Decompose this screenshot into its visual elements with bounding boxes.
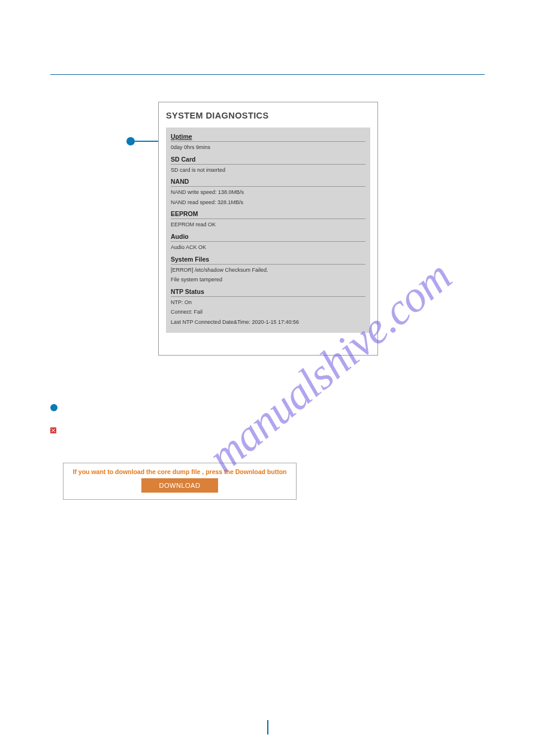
ntp-header: NTP Status	[171, 286, 365, 297]
page-footer-divider	[267, 720, 268, 734]
eeprom-value: EEPROM read OK	[171, 219, 365, 229]
system-files-header: System Files	[171, 254, 365, 265]
sdcard-value: SD card is not inserted	[171, 165, 365, 175]
uptime-value: 0day 0hrs 9mins	[171, 142, 365, 152]
ntp-connect-value: Connect: Fail	[171, 306, 365, 317]
sdcard-header: SD Card	[171, 154, 365, 165]
callout-bullet-status	[50, 404, 58, 411]
callout-marker-1	[126, 137, 135, 145]
eeprom-header: EEPROM	[171, 208, 365, 219]
page-top-rule	[50, 74, 485, 75]
page-footer	[0, 719, 535, 734]
audio-value: Audio ACK OK	[171, 242, 365, 252]
system-files-error: [ERROR] /etc/shadow Checksum Failed.	[171, 265, 365, 275]
nand-header: NAND	[171, 176, 365, 187]
panel-title: SYSTEM DIAGNOSTICS	[166, 111, 370, 120]
core-dump-download-panel: If you want to download the core dump fi…	[63, 463, 297, 500]
ntp-last-value: Last NTP Connected Date&Time: 2020-1-15 …	[171, 317, 365, 327]
download-button[interactable]: DOWNLOAD	[141, 478, 219, 493]
uptime-header: Uptime	[171, 131, 365, 142]
diagnostics-panel: SYSTEM DIAGNOSTICS Uptime 0day 0hrs 9min…	[158, 102, 378, 356]
panel-body: Uptime 0day 0hrs 9mins SD Card SD card i…	[166, 127, 370, 333]
nand-read-value: NAND read speed: 328.1MB/s	[171, 197, 365, 207]
ntp-on-value: NTP: On	[171, 297, 365, 307]
download-prompt: If you want to download the core dump fi…	[64, 468, 296, 475]
nand-write-value: NAND write speed: 138.0MB/s	[171, 187, 365, 197]
audio-header: Audio	[171, 231, 365, 242]
system-files-msg: File system tampered	[171, 274, 365, 284]
warning-icon	[50, 427, 56, 433]
